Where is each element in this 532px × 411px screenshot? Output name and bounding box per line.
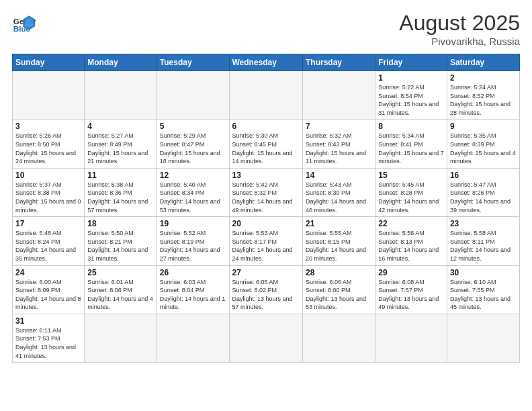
day-number-5: 5 (160, 122, 226, 131)
day-number-2: 2 (450, 73, 517, 83)
cell-2-1: 11Sunrise: 5:38 AM Sunset: 8:36 PM Dayli… (85, 168, 157, 216)
day-info-31: Sunrise: 6:11 AM Sunset: 7:53 PM Dayligh… (15, 326, 81, 360)
day-info-24: Sunrise: 6:00 AM Sunset: 8:09 PM Dayligh… (15, 278, 81, 312)
cell-3-0: 17Sunrise: 5:48 AM Sunset: 8:24 PM Dayli… (13, 217, 85, 265)
col-thursday: Thursday (302, 54, 375, 71)
day-info-3: Sunrise: 5:26 AM Sunset: 8:50 PM Dayligh… (15, 132, 81, 165)
calendar-header: Sunday Monday Tuesday Wednesday Thursday… (13, 54, 520, 71)
cell-5-3 (229, 314, 302, 362)
cell-5-0: 31Sunrise: 6:11 AM Sunset: 7:53 PM Dayli… (13, 314, 85, 362)
week-row-4: 24Sunrise: 6:00 AM Sunset: 8:09 PM Dayli… (13, 265, 520, 314)
col-sunday: Sunday (13, 54, 85, 71)
day-number-3: 3 (15, 122, 81, 131)
day-info-19: Sunrise: 5:52 AM Sunset: 8:19 PM Dayligh… (160, 229, 226, 263)
week-row-2: 10Sunrise: 5:37 AM Sunset: 8:38 PM Dayli… (13, 168, 520, 216)
day-info-26: Sunrise: 6:03 AM Sunset: 8:04 PM Dayligh… (160, 278, 226, 312)
day-info-12: Sunrise: 5:40 AM Sunset: 8:34 PM Dayligh… (160, 181, 226, 214)
day-number-16: 16 (450, 171, 517, 180)
cell-0-1 (85, 71, 157, 120)
day-number-13: 13 (232, 171, 300, 180)
cell-2-2: 12Sunrise: 5:40 AM Sunset: 8:34 PM Dayli… (157, 168, 229, 216)
day-info-1: Sunrise: 5:22 AM Sunset: 8:54 PM Dayligh… (378, 83, 444, 117)
month-year: August 2025 (399, 11, 520, 36)
location: Pivovarikha, Russia (399, 36, 520, 47)
logo: General Blue (12, 11, 36, 35)
day-number-30: 30 (450, 268, 517, 277)
cell-4-0: 24Sunrise: 6:00 AM Sunset: 8:09 PM Dayli… (13, 265, 85, 314)
cell-1-0: 3Sunrise: 5:26 AM Sunset: 8:50 PM Daylig… (13, 120, 85, 168)
calendar: Sunday Monday Tuesday Wednesday Thursday… (12, 54, 520, 363)
cell-4-5: 29Sunrise: 6:08 AM Sunset: 7:57 PM Dayli… (375, 265, 447, 314)
week-row-3: 17Sunrise: 5:48 AM Sunset: 8:24 PM Dayli… (13, 217, 520, 265)
day-info-23: Sunrise: 5:58 AM Sunset: 8:11 PM Dayligh… (450, 229, 517, 263)
day-info-25: Sunrise: 6:01 AM Sunset: 8:06 PM Dayligh… (87, 278, 153, 312)
cell-0-2 (157, 71, 229, 120)
cell-5-4 (302, 314, 375, 362)
cell-0-4 (302, 71, 375, 120)
cell-3-2: 19Sunrise: 5:52 AM Sunset: 8:19 PM Dayli… (157, 217, 229, 265)
day-number-21: 21 (306, 219, 372, 228)
cell-0-6: 2Sunrise: 5:24 AM Sunset: 8:52 PM Daylig… (447, 71, 519, 120)
day-number-24: 24 (15, 268, 81, 277)
day-number-14: 14 (306, 171, 372, 180)
cell-4-3: 27Sunrise: 6:05 AM Sunset: 8:02 PM Dayli… (229, 265, 302, 314)
day-info-16: Sunrise: 5:47 AM Sunset: 8:26 PM Dayligh… (450, 181, 517, 214)
cell-0-3 (229, 71, 302, 120)
cell-2-5: 15Sunrise: 5:45 AM Sunset: 8:28 PM Dayli… (375, 168, 447, 216)
day-info-17: Sunrise: 5:48 AM Sunset: 8:24 PM Dayligh… (15, 229, 81, 263)
day-info-5: Sunrise: 5:29 AM Sunset: 8:47 PM Dayligh… (160, 132, 226, 165)
day-number-4: 4 (87, 122, 153, 131)
day-info-18: Sunrise: 5:50 AM Sunset: 8:21 PM Dayligh… (87, 229, 153, 263)
cell-3-4: 21Sunrise: 5:55 AM Sunset: 8:15 PM Dayli… (302, 217, 375, 265)
day-number-15: 15 (378, 171, 444, 180)
day-number-31: 31 (15, 316, 81, 326)
day-number-26: 26 (160, 268, 226, 277)
day-header-row: Sunday Monday Tuesday Wednesday Thursday… (13, 54, 520, 71)
week-row-1: 3Sunrise: 5:26 AM Sunset: 8:50 PM Daylig… (13, 120, 520, 168)
cell-2-4: 14Sunrise: 5:43 AM Sunset: 8:30 PM Dayli… (302, 168, 375, 216)
day-number-7: 7 (306, 122, 372, 131)
day-info-27: Sunrise: 6:05 AM Sunset: 8:02 PM Dayligh… (232, 278, 300, 312)
day-number-6: 6 (232, 122, 300, 131)
day-info-2: Sunrise: 5:24 AM Sunset: 8:52 PM Dayligh… (450, 83, 517, 117)
cell-2-0: 10Sunrise: 5:37 AM Sunset: 8:38 PM Dayli… (13, 168, 85, 216)
cell-2-3: 13Sunrise: 5:42 AM Sunset: 8:32 PM Dayli… (229, 168, 302, 216)
cell-4-6: 30Sunrise: 6:10 AM Sunset: 7:55 PM Dayli… (447, 265, 519, 314)
week-row-5: 31Sunrise: 6:11 AM Sunset: 7:53 PM Dayli… (13, 314, 520, 362)
week-row-0: 1Sunrise: 5:22 AM Sunset: 8:54 PM Daylig… (13, 71, 520, 120)
cell-5-6 (447, 314, 519, 362)
day-info-11: Sunrise: 5:38 AM Sunset: 8:36 PM Dayligh… (87, 181, 153, 214)
cell-5-2 (157, 314, 229, 362)
day-info-14: Sunrise: 5:43 AM Sunset: 8:30 PM Dayligh… (306, 181, 372, 214)
day-info-4: Sunrise: 5:27 AM Sunset: 8:49 PM Dayligh… (87, 132, 153, 165)
cell-0-5: 1Sunrise: 5:22 AM Sunset: 8:54 PM Daylig… (375, 71, 447, 120)
day-number-9: 9 (450, 122, 517, 131)
cell-2-6: 16Sunrise: 5:47 AM Sunset: 8:26 PM Dayli… (447, 168, 519, 216)
page: General Blue August 2025 Pivovarikha, Ru… (0, 0, 532, 411)
day-number-20: 20 (232, 219, 300, 228)
col-saturday: Saturday (447, 54, 519, 71)
cell-0-0 (13, 71, 85, 120)
day-info-7: Sunrise: 5:32 AM Sunset: 8:43 PM Dayligh… (306, 132, 372, 165)
col-tuesday: Tuesday (157, 54, 229, 71)
day-number-29: 29 (378, 268, 444, 277)
day-number-10: 10 (15, 171, 81, 180)
cell-1-5: 8Sunrise: 5:34 AM Sunset: 8:41 PM Daylig… (375, 120, 447, 168)
day-number-22: 22 (378, 219, 444, 228)
day-number-8: 8 (378, 122, 444, 131)
day-info-20: Sunrise: 5:53 AM Sunset: 8:17 PM Dayligh… (232, 229, 300, 263)
cell-1-4: 7Sunrise: 5:32 AM Sunset: 8:43 PM Daylig… (302, 120, 375, 168)
col-monday: Monday (85, 54, 157, 71)
day-number-1: 1 (378, 73, 444, 83)
day-number-28: 28 (306, 268, 372, 277)
cell-1-1: 4Sunrise: 5:27 AM Sunset: 8:49 PM Daylig… (85, 120, 157, 168)
day-info-6: Sunrise: 5:30 AM Sunset: 8:45 PM Dayligh… (232, 132, 300, 165)
cell-5-1 (85, 314, 157, 362)
day-info-22: Sunrise: 5:56 AM Sunset: 8:13 PM Dayligh… (378, 229, 444, 263)
cell-4-4: 28Sunrise: 6:06 AM Sunset: 8:00 PM Dayli… (302, 265, 375, 314)
day-number-25: 25 (87, 268, 153, 277)
day-number-11: 11 (87, 171, 153, 180)
day-number-12: 12 (160, 171, 226, 180)
logo-icon: General Blue (12, 11, 36, 35)
cell-3-3: 20Sunrise: 5:53 AM Sunset: 8:17 PM Dayli… (229, 217, 302, 265)
